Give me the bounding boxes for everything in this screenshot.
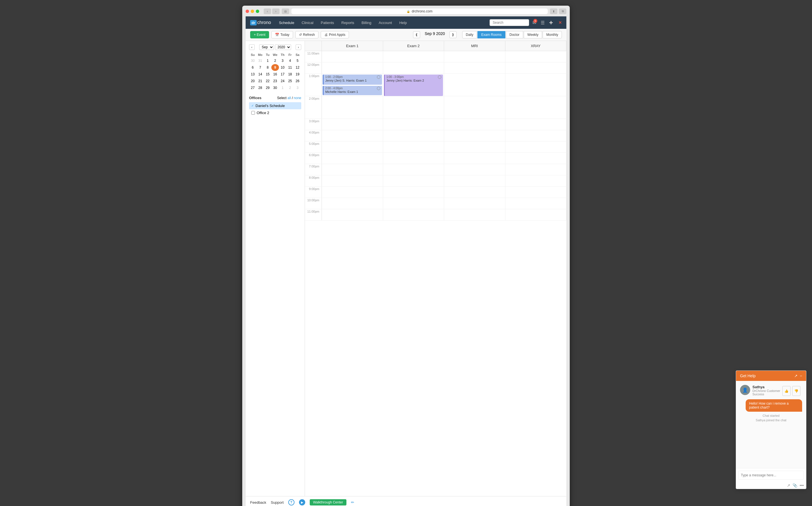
mini-cal-day[interactable]: 30	[249, 57, 256, 64]
year-select[interactable]: 2020	[275, 44, 291, 50]
share-button[interactable]: ⬆	[550, 8, 557, 14]
select-none-link[interactable]: none	[294, 96, 301, 100]
chat-more-button[interactable]: •••	[800, 483, 804, 488]
mini-cal-day[interactable]: 8	[264, 64, 271, 71]
next-date-button[interactable]: ⟫	[449, 31, 457, 38]
today-button[interactable]: 📅 Today	[271, 31, 293, 38]
date-navigation: ⟪ Sep 9 2020 ⟫	[413, 31, 457, 38]
mini-cal-day[interactable]: 3	[294, 84, 301, 91]
mini-cal-day[interactable]: 2	[286, 84, 294, 91]
mini-cal-day[interactable]: 7	[256, 64, 264, 71]
mini-cal-day[interactable]: 23	[271, 78, 279, 84]
nav-item-patients[interactable]: Patients	[318, 19, 337, 26]
mini-cal-day[interactable]: 18	[286, 71, 294, 78]
mini-cal-day[interactable]: 10	[279, 64, 286, 71]
mini-cal-day[interactable]: 1	[279, 84, 286, 91]
mini-cal-day[interactable]: 26	[294, 78, 301, 84]
notifications-button[interactable]: ✉ 6	[531, 19, 537, 26]
mini-cal-day[interactable]: 31	[256, 57, 264, 64]
refresh-button[interactable]: ↺ Refresh	[295, 31, 319, 38]
close-button[interactable]: ✕	[558, 20, 562, 25]
play-button[interactable]: ▶	[299, 499, 305, 505]
view-tab-daily[interactable]: Daily	[462, 31, 477, 38]
chat-minimize-button[interactable]: −	[800, 373, 802, 378]
mini-cal-day[interactable]: 30	[271, 84, 279, 91]
minimize-traffic-light[interactable]	[251, 10, 254, 13]
mini-cal-day[interactable]: 2	[271, 57, 279, 64]
forward-button[interactable]: ›	[272, 8, 279, 14]
back-button[interactable]: ‹	[264, 8, 271, 14]
close-traffic-light[interactable]	[246, 10, 249, 13]
time-200pm: 2:00pm	[305, 96, 322, 118]
chat-message-input[interactable]	[738, 471, 804, 480]
help-circle-button[interactable]: ?	[288, 499, 294, 505]
logo-area: dr chrono	[250, 20, 271, 25]
mini-cal-day[interactable]: 16	[271, 71, 279, 78]
support-link[interactable]: Support	[271, 500, 284, 505]
add-event-button[interactable]: + Event	[250, 31, 269, 38]
mini-cal-day[interactable]: 12	[294, 64, 301, 71]
chat-expand-button[interactable]: ↗	[794, 373, 798, 378]
pencil-icon-button[interactable]: ✏	[351, 500, 354, 505]
walkthrough-center-button[interactable]: Walkthrough Center	[310, 499, 346, 505]
mini-cal-day[interactable]: 27	[249, 84, 256, 91]
thumbs-down-button[interactable]: 👎	[792, 386, 800, 396]
mini-cal-day[interactable]: 19	[294, 71, 301, 78]
fullscreen-traffic-light[interactable]	[256, 10, 259, 13]
office2-checkbox[interactable]	[251, 111, 255, 115]
time-slot-1000pm: 10:00pm	[305, 198, 566, 209]
mini-cal-day[interactable]: 21	[256, 78, 264, 84]
nav-item-help[interactable]: Help	[396, 19, 410, 26]
mini-cal-day[interactable]: 14	[256, 71, 264, 78]
thumbs-up-button[interactable]: 👍	[782, 386, 791, 396]
new-tab-button[interactable]: ⧉	[559, 8, 566, 14]
mini-cal-day[interactable]: 13	[249, 71, 256, 78]
chat-export-button[interactable]: ↗	[787, 483, 790, 488]
office-item-daniels-schedule[interactable]: ✓ Daniel's Schedule	[249, 102, 301, 109]
mini-cal-day[interactable]: 28	[256, 84, 264, 91]
select-all-link[interactable]: all	[287, 96, 291, 100]
mini-cal-day[interactable]: 9	[271, 64, 279, 71]
appointment-jenny-exam1[interactable]: 1:00 - 2:00pm Jenny (Jen) S. Harris: Exa…	[323, 75, 382, 85]
view-tab-monthly[interactable]: Monthly	[543, 31, 562, 38]
mini-cal-day[interactable]: 1	[264, 57, 271, 64]
mini-cal-day[interactable]: 25	[286, 78, 294, 84]
view-tab-weekly[interactable]: Weekly	[524, 31, 542, 38]
mini-cal-day[interactable]: 11	[286, 64, 294, 71]
feedback-link[interactable]: Feedback	[250, 500, 266, 505]
nav-item-clinical[interactable]: Clinical	[298, 19, 317, 26]
menu-button[interactable]: ☰	[540, 19, 546, 26]
prev-date-button[interactable]: ⟪	[413, 31, 420, 38]
add-button[interactable]: ✚	[548, 19, 554, 26]
mini-cal-day[interactable]: 15	[264, 71, 271, 78]
nav-item-reports[interactable]: Reports	[338, 19, 358, 26]
chat-attach-button[interactable]: 📎	[793, 483, 797, 488]
appointment-jenny-exam2[interactable]: 1:00 - 3:00pm Jenny (Jen) Harris: Exam 2	[384, 75, 443, 96]
mini-cal-day[interactable]: 4	[286, 57, 294, 64]
mini-cal-day[interactable]: 29	[264, 84, 271, 91]
nav-right: ✉ 6 ☰ ✚ ✕	[489, 19, 562, 26]
mini-cal-day[interactable]: 17	[279, 71, 286, 78]
exam2-header: Exam 2	[383, 41, 444, 51]
mini-cal-day[interactable]: 22	[264, 78, 271, 84]
mini-cal-day[interactable]: 5	[294, 57, 301, 64]
view-tab-exam-rooms[interactable]: Exam Rooms	[477, 31, 505, 38]
view-tab-doctor[interactable]: Doctor	[506, 31, 523, 38]
nav-item-account[interactable]: Account	[375, 19, 395, 26]
lock-icon: 🔒	[407, 10, 410, 13]
appointment-michelle-exam1[interactable]: 2:00 - 4:00pm Michelle Harris: Exam 1	[323, 86, 382, 95]
sidebar-toggle-button[interactable]: ⊟	[282, 8, 289, 14]
print-button[interactable]: 🖨 Print Appts	[321, 31, 349, 38]
mini-cal-day[interactable]: 3	[279, 57, 286, 64]
nav-item-schedule[interactable]: Schedule	[276, 19, 297, 26]
month-select[interactable]: Sep	[259, 44, 274, 50]
mini-cal-day[interactable]: 20	[249, 78, 256, 84]
search-input[interactable]	[489, 19, 529, 26]
mini-cal-prev-button[interactable]: ‹	[249, 44, 255, 50]
mini-cal-day[interactable]: 24	[279, 78, 286, 84]
office-item-office2[interactable]: Office 2	[249, 109, 301, 116]
mini-cal-day[interactable]: 6	[249, 64, 256, 71]
address-bar[interactable]: 🔒 drchrono.com	[291, 8, 548, 14]
mini-cal-next-button[interactable]: ›	[296, 44, 301, 50]
nav-item-billing[interactable]: Billing	[358, 19, 375, 26]
